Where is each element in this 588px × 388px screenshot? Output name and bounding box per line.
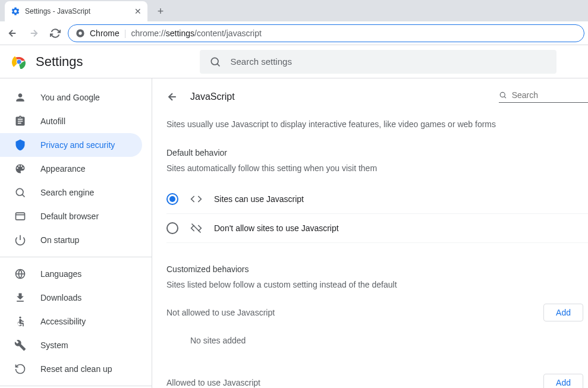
code-off-icon xyxy=(190,222,202,234)
settings-header: Settings Search settings xyxy=(0,45,588,78)
sidebar-item-search-engine[interactable]: Search engine xyxy=(0,181,142,204)
chrome-icon xyxy=(76,29,85,38)
sidebar-item-accessibility[interactable]: Accessibility xyxy=(0,310,142,333)
sidebar-item-downloads[interactable]: Downloads xyxy=(0,286,142,310)
allowed-header: Allowed to use Javascript Add xyxy=(166,374,588,388)
sidebar-item-label: System xyxy=(40,340,68,350)
close-tab-icon[interactable]: ✕ xyxy=(134,7,142,16)
back-button[interactable] xyxy=(4,24,21,42)
svg-point-9 xyxy=(19,317,21,318)
sidebar-item-label: On startup xyxy=(40,235,79,245)
default-behavior-title: Default behavior xyxy=(166,148,588,157)
description-text: Sites usually use Javascript to display … xyxy=(166,119,588,129)
sidebar-item-label: Default browser xyxy=(40,212,99,221)
browser-icon xyxy=(14,210,26,222)
customized-behaviors-subtitle: Sites listed below follow a custom setti… xyxy=(166,280,588,289)
new-tab-button[interactable]: + xyxy=(152,3,169,20)
svg-point-4 xyxy=(17,59,21,64)
sidebar-item-label: Autofill xyxy=(40,116,65,126)
sidebar: You and Google Autofill Privacy and secu… xyxy=(0,78,152,388)
tab-title: Settings - JavaScript xyxy=(25,7,90,15)
main-content: JavaScript Sites usually use Javascript … xyxy=(152,78,588,388)
sidebar-item-label: You and Google xyxy=(40,93,100,102)
radio-button[interactable] xyxy=(166,193,178,205)
chrome-logo-icon xyxy=(12,55,26,69)
radio-label: Don't allow sites to use Javascript xyxy=(214,223,339,233)
reload-button[interactable] xyxy=(46,24,64,42)
browser-tab-strip: Settings - JavaScript ✕ + xyxy=(0,0,588,21)
search-icon xyxy=(499,90,507,100)
sidebar-item-label: Accessibility xyxy=(40,317,86,326)
svg-point-5 xyxy=(211,58,218,65)
default-behavior-subtitle: Sites automatically follow this setting … xyxy=(166,163,588,173)
sidebar-item-label: Appearance xyxy=(40,164,86,174)
content-search[interactable] xyxy=(499,90,588,103)
not-allowed-header: Not allowed to use Javascript Add xyxy=(166,304,588,321)
person-icon xyxy=(14,92,26,103)
main-header: JavaScript xyxy=(166,90,588,103)
search-settings[interactable]: Search settings xyxy=(200,50,556,74)
add-not-allowed-button[interactable]: Add xyxy=(543,304,583,321)
sidebar-item-reset[interactable]: Reset and clean up xyxy=(0,357,142,381)
add-allowed-button[interactable]: Add xyxy=(543,374,583,388)
radio-button[interactable] xyxy=(166,222,178,234)
sidebar-item-languages[interactable]: Languages xyxy=(0,262,142,286)
sidebar-divider xyxy=(0,386,152,386)
palette-icon xyxy=(14,163,26,175)
sidebar-item-label: Privacy and security xyxy=(40,140,115,150)
settings-title: Settings xyxy=(36,54,83,70)
gear-icon xyxy=(11,7,20,16)
power-icon xyxy=(14,234,26,246)
not-allowed-label: Not allowed to use Javascript xyxy=(166,308,275,317)
page-title: JavaScript xyxy=(190,92,487,102)
radio-allow-js[interactable]: Sites can use Javascript xyxy=(166,185,588,214)
allowed-label: Allowed to use Javascript xyxy=(166,378,260,387)
sidebar-item-privacy[interactable]: Privacy and security xyxy=(0,133,142,157)
back-arrow-icon[interactable] xyxy=(166,91,178,103)
download-icon xyxy=(14,292,26,304)
sidebar-item-you-and-google[interactable]: You and Google xyxy=(0,86,142,109)
sidebar-item-label: Search engine xyxy=(40,188,94,197)
search-placeholder: Search settings xyxy=(231,56,292,67)
svg-rect-7 xyxy=(16,213,25,220)
svg-line-11 xyxy=(192,224,201,233)
clipboard-icon xyxy=(14,115,26,127)
svg-point-6 xyxy=(16,188,23,195)
empty-list-text: No sites added xyxy=(166,321,588,359)
sidebar-item-label: Languages xyxy=(40,269,81,279)
sidebar-item-appearance[interactable]: Appearance xyxy=(0,157,142,181)
radio-label: Sites can use Javascript xyxy=(214,194,304,204)
wrench-icon xyxy=(14,339,26,351)
globe-icon xyxy=(14,268,26,280)
sidebar-item-default-browser[interactable]: Default browser xyxy=(0,204,142,228)
sidebar-item-label: Downloads xyxy=(40,293,81,302)
forward-button[interactable] xyxy=(25,24,43,42)
restore-icon xyxy=(14,363,26,375)
customized-behaviors-title: Customized behaviors xyxy=(166,264,588,274)
content-search-input[interactable] xyxy=(512,90,588,100)
radio-block-js[interactable]: Don't allow sites to use Javascript xyxy=(166,214,588,243)
sidebar-item-startup[interactable]: On startup xyxy=(0,228,142,252)
code-icon xyxy=(190,193,202,205)
browser-tab[interactable]: Settings - JavaScript ✕ xyxy=(5,1,147,21)
shield-icon xyxy=(14,139,26,151)
svg-point-10 xyxy=(500,92,505,97)
svg-point-1 xyxy=(78,31,81,34)
browser-toolbar: Chrome | chrome://settings/content/javas… xyxy=(0,21,588,45)
address-bar[interactable]: Chrome | chrome://settings/content/javas… xyxy=(68,24,584,42)
sidebar-item-autofill[interactable]: Autofill xyxy=(0,109,142,133)
sidebar-item-label: Reset and clean up xyxy=(40,364,112,374)
accessibility-icon xyxy=(14,316,26,327)
url-scheme: Chrome xyxy=(90,29,120,38)
sidebar-item-system[interactable]: System xyxy=(0,333,142,357)
search-icon xyxy=(209,56,221,68)
search-icon xyxy=(14,187,26,198)
sidebar-divider xyxy=(0,257,152,257)
